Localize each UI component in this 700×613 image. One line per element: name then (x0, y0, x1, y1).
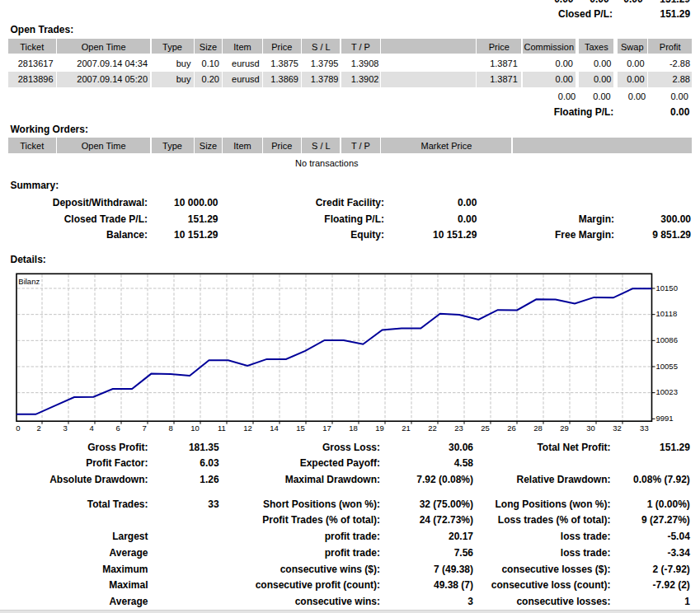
stat-value: 6.03 (200, 456, 218, 470)
chart-x-tick-label: 26 (507, 421, 516, 436)
chart-x-tick-label: 11 (218, 421, 226, 436)
stat-label: Expected Payoff: (300, 456, 380, 470)
chart-x-tick-label: 28 (533, 421, 543, 436)
chart-title: Bilanz (18, 274, 40, 289)
stat-label: Profit Trades (% of total): (262, 512, 380, 527)
stat-value: 7.56 (454, 545, 473, 560)
chart-x-tick-label: 33 (520, 421, 700, 436)
stat-value: 4.58 (454, 456, 473, 470)
stat-value: 20.17 (449, 529, 473, 544)
chart-x-tick-label: 21 (402, 421, 411, 436)
stat-value: 7.92 (0.08%) (416, 472, 473, 487)
chart-x-tick-label: 10 (190, 421, 200, 436)
chart-x-tick-label: 22 (428, 421, 437, 436)
stat-label: Absolute Drawdown: (49, 472, 148, 487)
stat-label: Relative Drawdown: (516, 472, 610, 487)
chart-plot-border (16, 274, 652, 421)
stat-value: 32 (75.00%) (420, 497, 473, 512)
stat-label: Total Net Profit: (537, 440, 610, 455)
chart-x-tick-label: 30 (586, 421, 595, 436)
stat-label: Loss trades (% of total): (498, 512, 611, 527)
chart-y-tick-label: 10086 (656, 333, 678, 348)
stat-value: 1 (0.00%) (647, 497, 690, 512)
stat-value: 151.29 (660, 440, 690, 455)
chart-x-tick-label: 17 (322, 421, 331, 436)
chart-x-tick-label: 8 (169, 421, 173, 436)
stat-value: 181.35 (189, 440, 219, 455)
chart-x-tick-label: 19 (375, 421, 384, 436)
chart-x-tick-label: 6 (116, 421, 120, 436)
chart-y-tick-label: 10118 (656, 306, 678, 321)
stat-value: 2 (-7.92) (652, 562, 689, 577)
chart-x-tick-label: 29 (560, 421, 569, 436)
chart-y-tick-label: 10023 (656, 385, 678, 400)
bottom-cutoff-row (0, 610, 700, 613)
chart-x-tick-label: 4 (90, 421, 94, 436)
stat-label: Gross Profit: (87, 440, 148, 455)
stat-label: consecutive wins: (295, 594, 380, 609)
stat-label: loss trade: (561, 529, 611, 544)
stat-value: 33 (208, 497, 218, 512)
stat-label: profit trade: (325, 529, 380, 544)
chart-y-tick-label: 10055 (656, 359, 678, 374)
stat-value: 3 (467, 594, 473, 609)
stat-label: consecutive losses: (516, 594, 610, 609)
stat-label: Maximal (109, 578, 148, 592)
chart-x-tick-label: 18 (349, 421, 358, 436)
stat-label: Maximum (102, 562, 148, 577)
chart-x-tick-label: 32 (613, 421, 622, 436)
stat-value: 7 (49.38) (434, 562, 473, 577)
chart-x-tick-label: 14 (270, 421, 279, 436)
chart-x-tick-label: 7 (143, 421, 147, 436)
stat-label: Maximal Drawdown: (285, 472, 380, 487)
stat-value: 9 (27.27%) (641, 512, 690, 527)
stat-value: 30.06 (449, 440, 473, 455)
stat-label: Average (110, 545, 148, 560)
stat-value: 24 (72.73%) (420, 512, 473, 527)
stat-label: Short Positions (won %): (263, 497, 380, 512)
stat-label: Profit Factor: (86, 456, 148, 470)
chart-x-tick-label: 0 (0, 421, 142, 436)
stat-value: 0.08% (7.92) (633, 472, 690, 487)
stat-value: -3.34 (667, 545, 689, 560)
stat-label: consecutive profit (count): (256, 578, 380, 592)
chart-x-tick-label: 15 (296, 421, 305, 436)
stat-label: consecutive losses ($): (501, 562, 610, 577)
stat-label: Gross Loss: (322, 440, 380, 455)
stat-value: -5.04 (667, 529, 689, 544)
stat-label: Largest (112, 529, 148, 544)
balance-line (16, 288, 652, 414)
stat-value: 1.26 (200, 472, 218, 487)
chart-x-tick-label: 25 (481, 421, 490, 436)
chart-x-tick-label: 12 (243, 421, 252, 436)
chart-x-tick-label: 2 (37, 421, 41, 436)
chart-y-tick-label: 10150 (656, 281, 678, 296)
stat-label: loss trade: (561, 545, 611, 560)
stat-label: Total Trades: (87, 497, 148, 512)
stat-label: consecutive loss (count): (491, 578, 611, 592)
chart-x-tick-label: 3 (63, 421, 68, 436)
stat-value: -7.92 (2) (652, 578, 689, 592)
stat-value: 49.38 (7) (434, 578, 473, 592)
statement-report: 0.000.000.00151.29 Closed P/L: 151.29 Op… (0, 0, 700, 613)
stat-label: Average (110, 594, 148, 609)
stat-label: Long Positions (won %): (496, 497, 611, 512)
chart-x-tick-label: 23 (454, 421, 463, 436)
stat-value: 1 (684, 594, 690, 609)
stat-label: profit trade: (325, 545, 380, 560)
stat-label: consecutive wins ($): (280, 562, 380, 577)
